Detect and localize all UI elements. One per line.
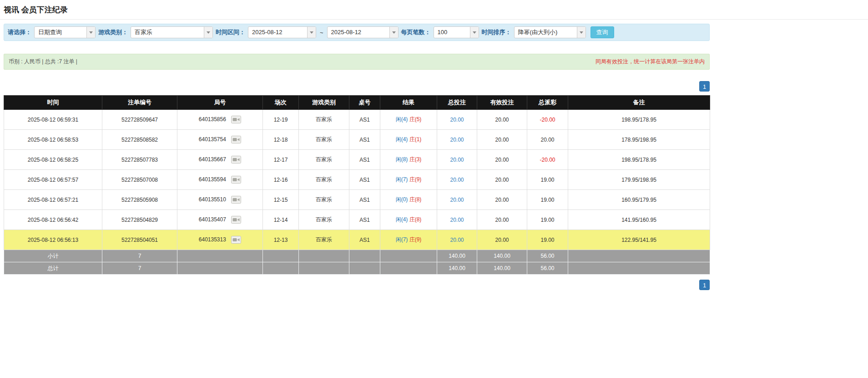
total-bet-link[interactable]: 20.00 bbox=[450, 117, 464, 123]
total-bet-link[interactable]: 20.00 bbox=[450, 217, 464, 223]
cell-remark: 179.95/198.95 bbox=[568, 170, 710, 190]
cell-total-bet: 20.00 bbox=[437, 210, 477, 230]
cell-total-bet: 20.00 bbox=[437, 110, 477, 130]
cell-bet-id: 522728509647 bbox=[102, 110, 177, 130]
cell-time: 2025-08-12 06:57:57 bbox=[4, 170, 102, 190]
chevron-down-icon[interactable] bbox=[389, 27, 398, 38]
grand-total-row: 总计 7 140.00 140.00 56.00 bbox=[4, 262, 710, 275]
page-size-dropdown[interactable]: 100 bbox=[434, 26, 479, 38]
total-bet-link[interactable]: 20.00 bbox=[450, 237, 464, 243]
video-replay-icon[interactable] bbox=[231, 236, 241, 244]
cell-game-type: 百家乐 bbox=[299, 170, 349, 190]
date-from-dropdown[interactable]: 2025-08-12 bbox=[248, 26, 316, 38]
chevron-down-icon[interactable] bbox=[86, 27, 95, 38]
search-button[interactable]: 查询 bbox=[590, 26, 614, 38]
cell-result: 闲(7) 庄(9) bbox=[380, 230, 437, 250]
cell-remark: 198.95/178.95 bbox=[568, 110, 710, 130]
result-banker: 庄(9) bbox=[409, 176, 422, 183]
date-to-value: 2025-08-12 bbox=[328, 27, 389, 38]
cell-round-id: 640135856 bbox=[177, 110, 263, 130]
game-type-label: 游戏类别： bbox=[98, 28, 128, 36]
total-bet-link[interactable]: 20.00 bbox=[450, 197, 464, 203]
table-row: 2025-08-12 06:57:21 522728505908 6401355… bbox=[4, 190, 710, 210]
round-id-text: 640135754 bbox=[199, 136, 226, 143]
chevron-down-icon[interactable] bbox=[470, 27, 479, 38]
video-replay-icon[interactable] bbox=[231, 176, 241, 184]
sort-value: 降幂(由大到小) bbox=[515, 27, 577, 38]
page-button[interactable]: 1 bbox=[699, 81, 710, 92]
filter-bar: 请选择： 日期查询 游戏类别： 百家乐 时间区间： 2025-08-12 ~ 2… bbox=[4, 24, 710, 41]
subtotal-count: 7 bbox=[102, 250, 177, 262]
cell-valid-bet: 20.00 bbox=[477, 150, 527, 170]
cell-game-type: 百家乐 bbox=[299, 190, 349, 210]
chevron-down-icon[interactable] bbox=[577, 27, 585, 38]
cell-valid-bet: 20.00 bbox=[477, 230, 527, 250]
cell-table-no: AS1 bbox=[349, 130, 380, 150]
header-time: 时间 bbox=[4, 96, 102, 110]
cell-time: 2025-08-12 06:57:21 bbox=[4, 190, 102, 210]
page-header: 视讯 会员下注纪录 bbox=[0, 0, 868, 20]
video-replay-icon[interactable] bbox=[231, 216, 241, 224]
chevron-down-icon[interactable] bbox=[307, 27, 316, 38]
sort-dropdown[interactable]: 降幂(由大到小) bbox=[514, 26, 586, 38]
summary-bar: 币别 : 人民币 | 总共 :7 注单 | 同局有效投注，统一计算在该局第一张注… bbox=[4, 54, 710, 70]
records-table: 时间 注单编号 局号 场次 游戏类别 桌号 结果 总投注 有效投注 总派彩 备注… bbox=[4, 95, 710, 275]
page-button[interactable]: 1 bbox=[699, 280, 710, 290]
select-type-label: 请选择： bbox=[8, 28, 31, 36]
time-range-label: 时间区间： bbox=[216, 28, 245, 36]
header-remark: 备注 bbox=[568, 96, 710, 110]
date-to-dropdown[interactable]: 2025-08-12 bbox=[327, 26, 399, 38]
query-type-dropdown[interactable]: 日期查询 bbox=[34, 26, 96, 38]
subtotal-total-bet: 140.00 bbox=[437, 250, 477, 262]
header-result: 结果 bbox=[380, 96, 437, 110]
video-replay-icon[interactable] bbox=[231, 156, 241, 163]
table-header: 时间 注单编号 局号 场次 游戏类别 桌号 结果 总投注 有效投注 总派彩 备注 bbox=[4, 96, 710, 110]
result-player: 闲(4) bbox=[396, 216, 408, 223]
cell-table-no: AS1 bbox=[349, 190, 380, 210]
header-round-id: 局号 bbox=[177, 96, 263, 110]
table-row: 2025-08-12 06:56:42 522728504829 6401354… bbox=[4, 210, 710, 230]
total-bet-link[interactable]: 20.00 bbox=[450, 137, 464, 143]
cell-total-bet: 20.00 bbox=[437, 190, 477, 210]
round-id-text: 640135856 bbox=[199, 116, 226, 123]
cell-table-no: AS1 bbox=[349, 110, 380, 130]
cell-bet-id: 522728505908 bbox=[102, 190, 177, 210]
header-valid-bet: 有效投注 bbox=[477, 96, 527, 110]
table-row: 2025-08-12 06:58:53 522728508582 6401357… bbox=[4, 130, 710, 150]
total-count: 7 bbox=[102, 262, 177, 275]
total-bet-link[interactable]: 20.00 bbox=[450, 177, 464, 183]
round-id-text: 640135667 bbox=[199, 156, 226, 163]
cell-total-bet: 20.00 bbox=[437, 130, 477, 150]
pagination-bottom: 1 bbox=[4, 280, 710, 290]
header-bet-id: 注单编号 bbox=[102, 96, 177, 110]
cell-time: 2025-08-12 06:59:31 bbox=[4, 110, 102, 130]
main-content: 请选择： 日期查询 游戏类别： 百家乐 时间区间： 2025-08-12 ~ 2… bbox=[4, 24, 710, 290]
cell-table-no: AS1 bbox=[349, 170, 380, 190]
cell-bet-id: 522728508582 bbox=[102, 130, 177, 150]
cell-time: 2025-08-12 06:58:25 bbox=[4, 150, 102, 170]
video-replay-icon[interactable] bbox=[231, 196, 241, 204]
result-banker: 庄(1) bbox=[409, 136, 422, 143]
cell-round-id: 640135667 bbox=[177, 150, 263, 170]
video-replay-icon[interactable] bbox=[231, 136, 241, 143]
cell-game-type: 百家乐 bbox=[299, 150, 349, 170]
cell-session: 12-13 bbox=[263, 230, 299, 250]
cell-table-no: AS1 bbox=[349, 150, 380, 170]
cell-remark: 198.95/178.95 bbox=[568, 150, 710, 170]
cell-result: 闲(0) 庄(8) bbox=[380, 190, 437, 210]
game-type-dropdown[interactable]: 百家乐 bbox=[131, 26, 213, 38]
round-id-text: 640135407 bbox=[199, 216, 226, 223]
cell-payout: 19.00 bbox=[527, 230, 568, 250]
cell-payout: 19.00 bbox=[527, 190, 568, 210]
chevron-down-icon[interactable] bbox=[204, 27, 212, 38]
video-replay-icon[interactable] bbox=[231, 116, 241, 123]
cell-round-id: 640135594 bbox=[177, 170, 263, 190]
total-bet-link[interactable]: 20.00 bbox=[450, 157, 464, 163]
cell-round-id: 640135313 bbox=[177, 230, 263, 250]
cell-game-type: 百家乐 bbox=[299, 130, 349, 150]
table-row: 2025-08-12 06:57:57 522728507008 6401355… bbox=[4, 170, 710, 190]
result-banker: 庄(8) bbox=[409, 196, 422, 203]
cell-remark: 160.95/179.95 bbox=[568, 190, 710, 210]
query-type-value: 日期查询 bbox=[35, 27, 86, 38]
cell-session: 12-17 bbox=[263, 150, 299, 170]
